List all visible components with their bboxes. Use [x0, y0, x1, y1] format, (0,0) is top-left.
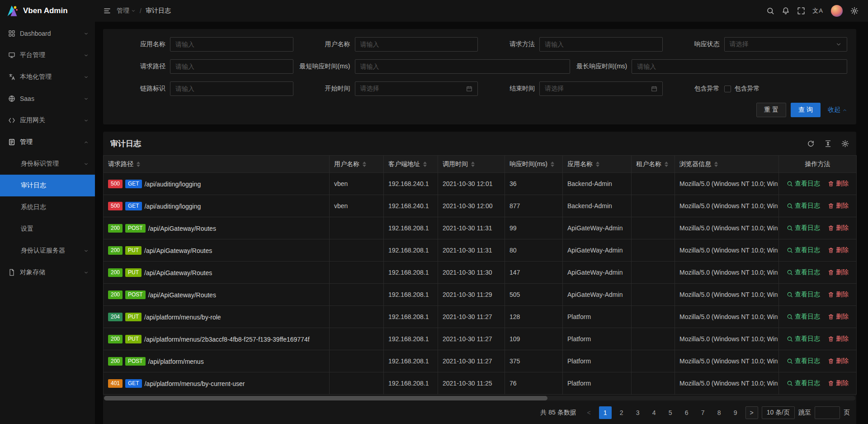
page-button-7[interactable]: 7	[697, 406, 709, 419]
logo[interactable]: Vben Admin	[0, 0, 95, 22]
page-button-6[interactable]: 6	[680, 406, 693, 419]
sort-desc-icon	[363, 165, 366, 167]
sidebar-item-dashboard[interactable]: Dashboard	[0, 23, 95, 44]
chevron-up-icon	[84, 140, 89, 145]
column-header-tenant[interactable]: 租户名称	[632, 156, 675, 173]
view-log-button[interactable]: 查看日志	[787, 357, 820, 365]
refresh-icon[interactable]	[807, 140, 815, 148]
notification-bell-icon[interactable]	[778, 0, 793, 22]
sidebar-item-object-storage[interactable]: 对象存储	[0, 262, 95, 283]
scrollbar-thumb[interactable]	[104, 396, 547, 400]
view-log-button[interactable]: 查看日志	[787, 224, 820, 232]
cell-tenant	[632, 306, 675, 328]
method-badge: GET	[125, 180, 142, 188]
view-log-button[interactable]: 查看日志	[787, 202, 820, 210]
view-log-button[interactable]: 查看日志	[787, 291, 820, 299]
page-button-3[interactable]: 3	[632, 406, 644, 419]
user-avatar[interactable]	[831, 5, 843, 17]
delete-button[interactable]: 删除	[828, 335, 849, 343]
column-header-time[interactable]: 调用时间	[438, 156, 505, 173]
magnifier-icon	[787, 314, 793, 320]
column-header-duration[interactable]: 响应时间(ms)	[505, 156, 563, 173]
view-log-label: 查看日志	[795, 313, 820, 321]
page-button-1[interactable]: 1	[599, 406, 612, 419]
next-page-button[interactable]: >	[745, 406, 758, 419]
view-log-button[interactable]: 查看日志	[787, 180, 820, 188]
cell-request-path: 200PUT/api/ApiGateway/Routes	[104, 239, 330, 262]
sidebar-item-platform[interactable]: 平台管理	[0, 44, 95, 66]
delete-button[interactable]: 删除	[828, 246, 849, 254]
cell-request-path: 200POST/api/platform/menus	[104, 350, 330, 372]
reset-button[interactable]: 重 置	[756, 103, 786, 117]
magnifier-icon	[787, 225, 793, 231]
trace-id-input[interactable]	[170, 81, 293, 96]
user-name-input[interactable]	[355, 37, 478, 52]
collapse-sidebar-icon[interactable]	[99, 0, 115, 22]
jump-page-input[interactable]	[815, 406, 840, 419]
sidebar-item-auth-server[interactable]: 身份认证服务器	[0, 240, 95, 262]
cell-browser: Mozilla/5.0 (Windows NT 10.0; Win	[675, 195, 779, 217]
language-icon[interactable]: 文A	[809, 0, 827, 22]
column-header-path[interactable]: 请求路径	[104, 156, 330, 173]
filter-field-app-name: 应用名称	[112, 37, 293, 52]
column-header-app[interactable]: 应用名称	[563, 156, 632, 173]
horizontal-scrollbar[interactable]	[104, 396, 855, 400]
sidebar-item-admin[interactable]: 管理	[0, 131, 95, 153]
column-settings-icon[interactable]	[841, 140, 849, 148]
delete-button[interactable]: 删除	[828, 224, 849, 232]
column-header-browser[interactable]: 浏览器信息	[675, 156, 779, 173]
app-name-input[interactable]	[170, 37, 293, 52]
column-header-user[interactable]: 用户名称	[330, 156, 384, 173]
cell-time: 2021-10-30 12:00	[438, 195, 505, 217]
sidebar-item-localization[interactable]: 本地化管理	[0, 66, 95, 88]
row-height-icon[interactable]	[824, 140, 832, 148]
response-status-select[interactable]: 请选择	[724, 37, 848, 52]
view-log-button[interactable]: 查看日志	[787, 335, 820, 343]
page-button-8[interactable]: 8	[713, 406, 726, 419]
include-exception-checkbox[interactable]	[724, 86, 731, 92]
delete-button[interactable]: 删除	[828, 357, 849, 365]
column-label: 租户名称	[636, 160, 661, 168]
column-header-client[interactable]: 客户端地址	[384, 156, 438, 173]
page-size-select[interactable]: 10 条/页	[762, 406, 795, 419]
fullscreen-icon[interactable]	[793, 0, 809, 22]
settings-gear-icon[interactable]	[847, 0, 862, 22]
table-wrap: 请求路径用户名称客户端地址调用时间响应时间(ms)应用名称租户名称浏览器信息操作…	[103, 155, 856, 395]
breadcrumb-item-admin[interactable]: 管理	[117, 7, 136, 15]
sidebar-item-settings[interactable]: 设置	[0, 218, 95, 240]
view-log-button[interactable]: 查看日志	[787, 246, 820, 254]
end-time-picker[interactable]: 请选择	[539, 81, 663, 96]
page-button-2[interactable]: 2	[615, 406, 628, 419]
page-button-9[interactable]: 9	[729, 406, 742, 419]
max-response-time-input[interactable]	[632, 59, 847, 74]
cell-browser: Mozilla/5.0 (Windows NT 10.0; Win	[675, 328, 779, 350]
placeholder-text: 请选择	[730, 40, 749, 48]
sort-asc-icon	[137, 162, 140, 164]
collapse-link[interactable]: 收起	[828, 106, 847, 114]
delete-button[interactable]: 删除	[828, 180, 849, 188]
search-button[interactable]: 查 询	[791, 103, 821, 117]
delete-button[interactable]: 删除	[828, 202, 849, 210]
sidebar-item-identity[interactable]: 身份标识管理	[0, 153, 95, 175]
sidebar-item-system-log[interactable]: 系统日志	[0, 196, 95, 218]
delete-button[interactable]: 删除	[828, 379, 849, 387]
delete-button[interactable]: 删除	[828, 291, 849, 299]
request-method-input[interactable]	[539, 37, 663, 52]
delete-button[interactable]: 删除	[828, 268, 849, 276]
start-time-picker[interactable]: 请选择	[355, 81, 478, 96]
search-icon[interactable]	[763, 0, 778, 22]
request-path-input[interactable]	[170, 59, 293, 74]
view-log-button[interactable]: 查看日志	[787, 379, 820, 387]
sidebar-item-saas[interactable]: Saas	[0, 88, 95, 110]
view-log-button[interactable]: 查看日志	[787, 268, 820, 276]
min-response-time-input[interactable]	[355, 59, 571, 74]
sidebar-item-audit-log[interactable]: 审计日志	[0, 175, 95, 196]
prev-page-button[interactable]: <	[583, 406, 595, 419]
cell-actions: 查看日志删除	[779, 306, 857, 328]
page-button-4[interactable]: 4	[648, 406, 660, 419]
view-log-button[interactable]: 查看日志	[787, 313, 820, 321]
delete-button[interactable]: 删除	[828, 313, 849, 321]
page-button-5[interactable]: 5	[664, 406, 677, 419]
sidebar-item-gateway[interactable]: 应用网关	[0, 110, 95, 131]
view-log-label: 查看日志	[795, 357, 820, 365]
